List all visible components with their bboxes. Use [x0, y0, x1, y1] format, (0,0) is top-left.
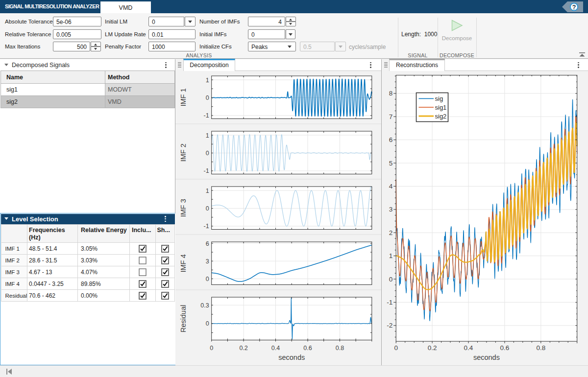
- svg-text:sig1: sig1: [435, 104, 447, 111]
- svg-text:0: 0: [394, 344, 398, 352]
- svg-text:0: 0: [389, 276, 393, 283]
- svg-text:sig2: sig2: [435, 113, 447, 120]
- svg-text:IMF 2: IMF 2: [179, 143, 187, 162]
- svg-text:2: 2: [389, 229, 393, 236]
- svg-text:0.6: 0.6: [500, 344, 510, 352]
- svg-text:IMF 3: IMF 3: [179, 199, 187, 217]
- svg-text:7: 7: [389, 113, 393, 120]
- svg-text:-2: -2: [387, 322, 392, 329]
- svg-text:0.8: 0.8: [536, 344, 545, 352]
- svg-text:0: 0: [206, 150, 209, 157]
- svg-text:Residual: Residual: [179, 305, 187, 332]
- svg-text:-1: -1: [204, 167, 209, 174]
- svg-text:IMF 1: IMF 1: [179, 88, 187, 106]
- svg-text:0.2: 0.2: [239, 345, 247, 352]
- svg-text:-1: -1: [204, 112, 209, 119]
- svg-text:0.2: 0.2: [428, 344, 437, 352]
- svg-text:sig: sig: [435, 95, 443, 102]
- svg-text:IMF 4: IMF 4: [179, 254, 187, 272]
- svg-text:0.4: 0.4: [464, 344, 473, 352]
- svg-text:0.6: 0.6: [303, 345, 312, 352]
- svg-text:0: 0: [206, 205, 209, 212]
- svg-text:1: 1: [206, 188, 209, 194]
- svg-text:0.4: 0.4: [271, 345, 280, 352]
- svg-text:5: 5: [389, 160, 393, 167]
- svg-text:3: 3: [389, 206, 393, 213]
- svg-text:0.3: 0.3: [200, 302, 209, 309]
- svg-text:-1: -1: [387, 299, 392, 306]
- svg-text:1: 1: [389, 252, 393, 259]
- svg-text:0.8: 0.8: [336, 345, 344, 352]
- svg-text:0: 0: [206, 320, 209, 327]
- svg-text:1: 1: [206, 132, 209, 139]
- svg-text:1: 1: [206, 77, 209, 84]
- svg-text:seconds: seconds: [278, 353, 305, 361]
- svg-text:0: 0: [210, 345, 213, 352]
- svg-text:0: 0: [206, 94, 209, 101]
- svg-text:6: 6: [389, 136, 393, 143]
- svg-text:6: 6: [206, 240, 209, 247]
- svg-text:?: ?: [572, 4, 576, 11]
- svg-text:-1: -1: [204, 223, 209, 230]
- svg-text:3: 3: [206, 258, 209, 265]
- svg-text:4: 4: [389, 183, 393, 190]
- svg-text:0: 0: [206, 276, 209, 283]
- svg-text:seconds: seconds: [473, 353, 500, 361]
- svg-text:8: 8: [389, 90, 393, 97]
